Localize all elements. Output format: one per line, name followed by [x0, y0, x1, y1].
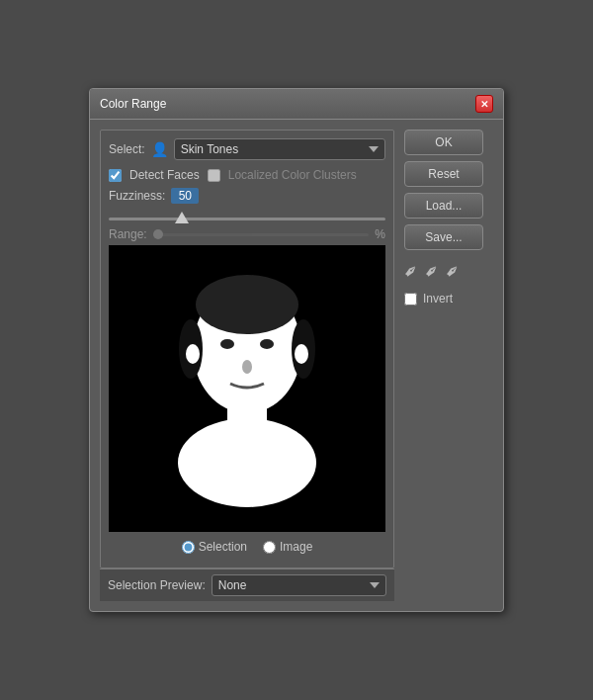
selection-preview-label: Selection Preview:	[108, 578, 206, 592]
invert-label[interactable]: Invert	[423, 292, 453, 306]
person-icon: 👤	[151, 141, 168, 157]
range-label: Range:	[109, 227, 147, 241]
dialog-title: Color Range	[100, 97, 166, 111]
color-range-dialog: Color Range ✕ Select: 👤 Skin Tones Reds …	[89, 88, 504, 612]
svg-point-9	[186, 344, 200, 364]
detect-faces-checkbox[interactable]	[109, 169, 122, 182]
detect-faces-label[interactable]: Detect Faces	[129, 168, 200, 182]
reset-button[interactable]: Reset	[404, 161, 483, 187]
controls-panel: Select: 👤 Skin Tones Reds Yellows Greens…	[100, 130, 394, 569]
range-pct: %	[375, 227, 385, 241]
range-slider[interactable]	[153, 233, 370, 236]
svg-point-6	[220, 339, 234, 349]
eyedropper-normal-icon[interactable]: ✒	[398, 258, 424, 284]
detect-faces-row: Detect Faces Localized Color Clusters	[109, 168, 385, 182]
preview-area	[109, 245, 385, 532]
localized-color-checkbox[interactable]	[208, 169, 220, 182]
ok-button[interactable]: OK	[404, 130, 483, 155]
eyedropper-row: ✒ ✒ ✒	[404, 256, 493, 286]
dialog-body: Select: 👤 Skin Tones Reds Yellows Greens…	[90, 120, 503, 611]
fuzziness-value[interactable]: 50	[171, 188, 199, 204]
radio-row: Selection Image	[109, 540, 385, 554]
eyedropper-add-icon[interactable]: ✒	[419, 258, 445, 284]
fuzziness-row: Fuzziness: 50	[109, 188, 385, 204]
close-button[interactable]: ✕	[475, 95, 493, 113]
left-panel: Select: 👤 Skin Tones Reds Yellows Greens…	[100, 130, 394, 601]
selection-radio-label[interactable]: Selection	[182, 540, 247, 554]
selection-preview-row: Selection Preview: None Grayscale Black …	[100, 569, 394, 601]
fuzziness-label: Fuzziness:	[109, 189, 165, 203]
load-button[interactable]: Load...	[404, 193, 483, 219]
svg-point-8	[242, 360, 252, 374]
selection-preview-dropdown[interactable]: None Grayscale Black Matte White Matte Q…	[212, 574, 386, 596]
svg-point-2	[178, 418, 316, 507]
svg-point-7	[260, 339, 274, 349]
invert-checkbox[interactable]	[404, 293, 417, 306]
select-label: Select:	[109, 142, 145, 156]
invert-row: Invert	[404, 292, 493, 306]
image-radio-label[interactable]: Image	[263, 540, 312, 554]
right-panel: OK Reset Load... Save... ✒ ✒ ✒ Invert	[404, 130, 493, 601]
save-button[interactable]: Save...	[404, 224, 483, 250]
title-bar: Color Range ✕	[90, 89, 503, 120]
svg-point-10	[295, 344, 308, 364]
select-dropdown[interactable]: Skin Tones Reds Yellows Greens Cyans Blu…	[174, 138, 385, 160]
localized-color-label: Localized Color Clusters	[228, 168, 357, 182]
fuzziness-slider[interactable]	[109, 218, 385, 220]
svg-point-3	[196, 275, 298, 334]
fuzziness-slider-container	[109, 208, 385, 227]
range-row: Range: %	[109, 227, 385, 241]
face-preview-svg	[153, 250, 341, 527]
eyedropper-subtract-icon[interactable]: ✒	[440, 258, 466, 284]
select-row: Select: 👤 Skin Tones Reds Yellows Greens…	[109, 138, 385, 160]
image-radio[interactable]	[263, 541, 276, 554]
selection-radio[interactable]	[182, 541, 195, 554]
